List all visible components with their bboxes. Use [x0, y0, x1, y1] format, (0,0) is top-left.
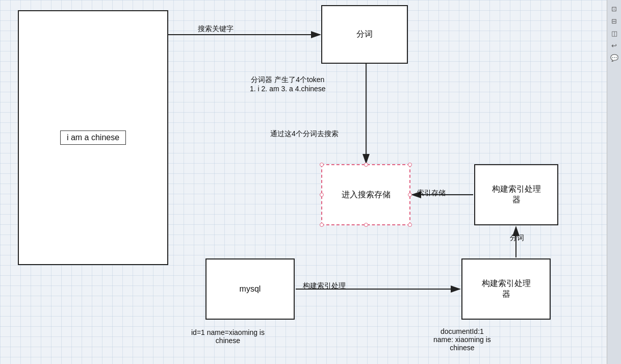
- mysql-label: mysql: [240, 284, 261, 294]
- sidebar-icon-3[interactable]: ◫: [610, 29, 619, 38]
- mysql-data-label: id=1 name=xiaoming is chinese: [191, 328, 265, 345]
- tokenize-label: 分词: [356, 29, 373, 40]
- sidebar-icon-undo[interactable]: ↩: [610, 41, 619, 50]
- query-text: i am a chinese: [67, 133, 119, 142]
- build-index-bottom-box[interactable]: 构建索引处理 器: [461, 258, 551, 320]
- build-index-bottom-label: 构建索引处理 器: [482, 278, 531, 300]
- sidebar-icon-2[interactable]: ⊟: [610, 16, 619, 25]
- search-storage-label: 进入搜索存储: [342, 190, 391, 200]
- build-index-top-label: 构建索引处理 器: [492, 184, 541, 205]
- search-keyword-label: 搜索关键字: [198, 24, 234, 34]
- mysql-box[interactable]: mysql: [205, 258, 295, 320]
- diagram-canvas: i am a chinese 分词 进入搜索存储 构建索引处理 器 mysql …: [0, 0, 607, 364]
- search-storage-box[interactable]: 进入搜索存储: [321, 164, 410, 225]
- query-inner-box: i am a chinese: [60, 131, 126, 145]
- search-by-tokens-label: 通过这4个分词去搜索: [270, 129, 339, 139]
- tokenizer-output-label: 分词器 产生了4个token 1. i 2. am 3. a 4.chinese: [250, 75, 326, 93]
- query-outer-box[interactable]: i am a chinese: [18, 10, 168, 265]
- sidebar-icon-comment[interactable]: 💬: [610, 53, 619, 62]
- document-label: documentId:1 name: xiaoming is chinese: [433, 327, 491, 352]
- tokenize-box[interactable]: 分词: [321, 5, 408, 64]
- build-index-top-box[interactable]: 构建索引处理 器: [474, 164, 558, 225]
- sidebar: ⊡ ⊟ ◫ ↩ 💬: [607, 0, 621, 364]
- build-index-processing-label: 构建索引处理: [303, 281, 346, 291]
- sidebar-icon-1[interactable]: ⊡: [610, 4, 619, 13]
- tokenize-bottom-label: 分词: [510, 233, 524, 243]
- index-storage-label: 索引存储: [417, 189, 446, 198]
